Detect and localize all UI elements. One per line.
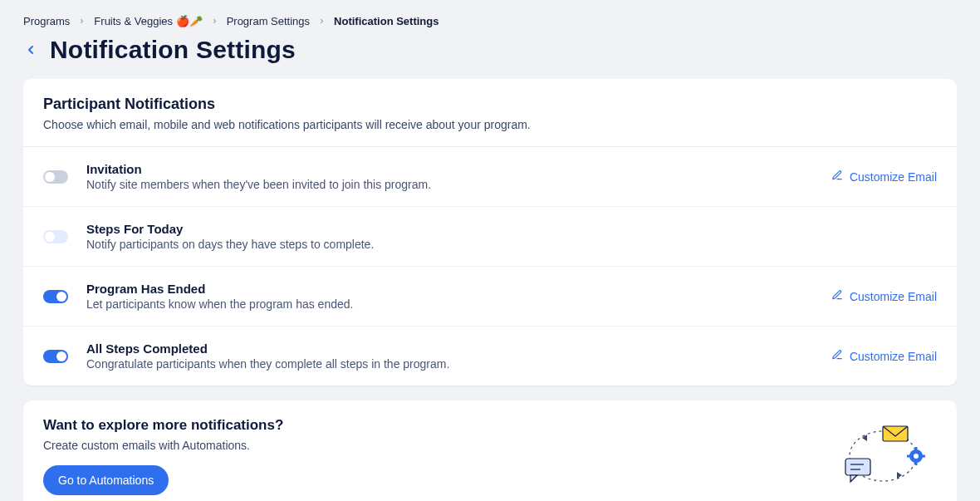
toggle-program-ended[interactable] xyxy=(43,290,68,303)
row-desc: Notify site members when they've been in… xyxy=(86,178,813,191)
breadcrumb-item-current: Notification Settings xyxy=(334,15,439,27)
explore-automations-card: Want to explore more notifications? Crea… xyxy=(23,400,957,501)
customize-email-link[interactable]: Customize Email xyxy=(831,349,937,363)
explore-subheading: Create custom emails with Automations. xyxy=(43,439,283,452)
breadcrumb-item-program-settings[interactable]: Program Settings xyxy=(227,15,310,27)
back-arrow-icon[interactable] xyxy=(23,42,38,57)
toggle-all-steps[interactable] xyxy=(43,350,68,363)
go-to-automations-button[interactable]: Go to Automations xyxy=(43,465,169,495)
participant-notifications-card: Participant Notifications Choose which e… xyxy=(23,79,957,386)
notification-row-invitation: Invitation Notify site members when they… xyxy=(23,147,957,207)
row-title: All Steps Completed xyxy=(86,341,813,356)
notification-row-program-ended: Program Has Ended Let participants know … xyxy=(23,267,957,327)
row-title: Program Has Ended xyxy=(86,282,813,296)
row-desc: Congratulate participants when they comp… xyxy=(86,357,813,371)
section-subheading: Choose which email, mobile and web notif… xyxy=(43,118,937,131)
pencil-icon xyxy=(831,289,843,303)
toggle-invitation[interactable] xyxy=(43,170,68,184)
explore-heading: Want to explore more notifications? xyxy=(43,417,283,434)
customize-email-link[interactable]: Customize Email xyxy=(831,169,937,184)
pencil-icon xyxy=(831,169,843,184)
chevron-right-icon xyxy=(78,16,86,27)
section-heading: Participant Notifications xyxy=(43,96,937,113)
svg-marker-9 xyxy=(850,475,857,482)
automations-illustration xyxy=(837,419,929,494)
breadcrumb: Programs Fruits & Veggies 🍎🥕 Program Set… xyxy=(23,15,957,27)
toggle-steps-today[interactable] xyxy=(43,230,68,243)
customize-email-link[interactable]: Customize Email xyxy=(831,289,937,303)
customize-label: Customize Email xyxy=(850,290,937,303)
notification-row-steps-today: Steps For Today Notify participants on d… xyxy=(23,207,957,267)
breadcrumb-item-program[interactable]: Fruits & Veggies 🍎🥕 xyxy=(94,15,202,27)
svg-rect-8 xyxy=(845,459,870,475)
svg-rect-6 xyxy=(907,455,911,458)
breadcrumb-item-programs[interactable]: Programs xyxy=(23,15,70,27)
customize-label: Customize Email xyxy=(850,350,937,363)
pencil-icon xyxy=(831,349,843,363)
page-title: Notification Settings xyxy=(50,36,296,64)
chevron-right-icon xyxy=(211,16,218,27)
notification-row-all-steps-completed: All Steps Completed Congratulate partici… xyxy=(23,327,957,386)
svg-rect-5 xyxy=(915,461,918,465)
svg-rect-1 xyxy=(883,426,908,441)
svg-rect-7 xyxy=(921,455,925,458)
svg-point-3 xyxy=(914,454,919,459)
chevron-right-icon xyxy=(318,16,326,27)
customize-label: Customize Email xyxy=(850,170,937,184)
row-title: Steps For Today xyxy=(86,222,937,236)
row-title: Invitation xyxy=(86,162,813,176)
svg-marker-13 xyxy=(897,472,902,479)
row-desc: Notify participants on days they have st… xyxy=(86,238,937,251)
row-desc: Let participants know when the program h… xyxy=(86,297,813,311)
svg-rect-4 xyxy=(915,447,918,451)
